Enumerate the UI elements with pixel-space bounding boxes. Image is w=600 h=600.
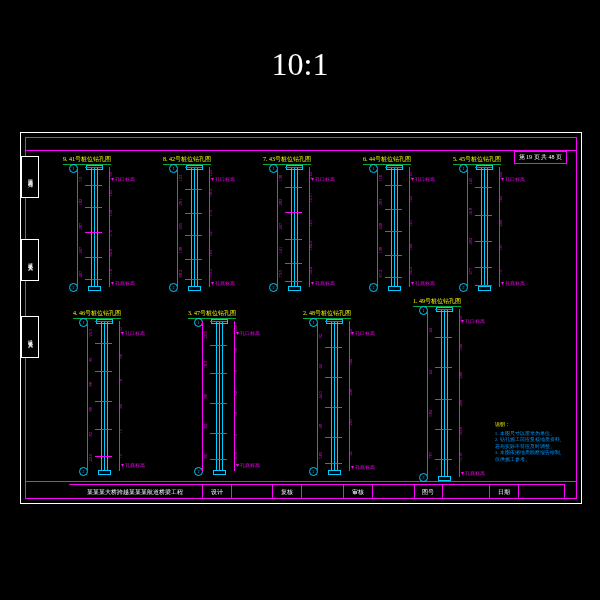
dim-right: 176: [108, 230, 113, 237]
dim-left: 32: [318, 336, 323, 339]
elevation-label: 孔底标高: [311, 279, 335, 286]
dim-left: 145: [468, 182, 473, 185]
dim-left: 582: [318, 456, 323, 459]
dim-left: 467: [78, 275, 83, 278]
elevation-label: 孔口标高: [236, 329, 260, 336]
elevation-label: 孔底标高: [211, 279, 235, 286]
column-title-4: 4. 46号桩位钻孔图: [73, 309, 121, 319]
strata-tick: [435, 399, 452, 400]
strata-tick: [285, 212, 302, 213]
dim-right: 68: [118, 354, 123, 359]
dim-left: 81: [88, 358, 93, 361]
pile-3: 1220.578.2868480156687682747227.5孔口标高孔底标…: [206, 321, 231, 471]
titleblock-cell-2: [232, 485, 274, 499]
notes-block: 说明： 1. 本图尺寸以厘米为单位。2. 钻孔施工前应复核地质资料, 若与实际不…: [495, 422, 561, 463]
dim-right: 158: [108, 210, 113, 217]
strata-tick: [85, 207, 102, 208]
elevation-label: 孔底标高: [121, 461, 145, 468]
dim-right: 163: [208, 250, 213, 257]
side-tab-0: 项目工程师: [21, 156, 39, 198]
pile-toe: [288, 286, 301, 291]
strata-tick: [475, 215, 492, 216]
dim-right: 68: [233, 348, 238, 353]
strata-tick: [185, 235, 202, 236]
strata-tick: [325, 407, 342, 408]
dim-right: 45: [348, 451, 353, 456]
strata-tick: [475, 267, 492, 268]
strata-tick: [435, 459, 452, 460]
pile-shaft: [291, 167, 298, 287]
strata-tick: [210, 433, 227, 434]
dim-left: 80: [203, 456, 208, 459]
dim-left: 287: [78, 227, 83, 230]
dim-left: 48: [318, 426, 323, 429]
drawing-canvas: 10:1 项目工程师技术负责人设计负责人 第 19 页 共 48 页 某某某大桥…: [0, 0, 600, 600]
dim-right: 84: [118, 404, 123, 409]
dim-left: 67.2: [378, 275, 383, 278]
dim-right: 73: [498, 270, 503, 275]
note-line: 仅供施工参考。: [495, 457, 561, 464]
dim-right: 82: [233, 391, 238, 396]
titleblock-cell-3: 复核: [273, 485, 302, 499]
dim-right: 84.8: [108, 249, 113, 257]
dim-right: 594: [458, 344, 463, 351]
strata-tick: [210, 459, 227, 460]
dim-right: 63.5: [208, 269, 213, 277]
strata-tick: [285, 263, 302, 264]
dim-right: 285: [348, 419, 353, 426]
pile-toe: [388, 286, 401, 291]
dim-right: 165: [108, 190, 113, 197]
dim-left: 767: [428, 456, 433, 459]
dim-right: 167: [498, 244, 503, 251]
strata-tick: [325, 321, 342, 322]
strata-tick: [385, 167, 402, 168]
elevation-label: 孔底标高: [111, 279, 135, 286]
strata-tick: [475, 241, 492, 242]
dim-line: [349, 321, 350, 471]
dim-left: 277: [468, 272, 473, 275]
strata-tick: [185, 189, 202, 190]
pile-toe: [478, 286, 491, 291]
dim-left: 86: [88, 408, 93, 411]
strata-tick: [435, 429, 452, 430]
titleblock-cell-5: 审核: [344, 485, 373, 499]
strata-tick: [475, 285, 492, 286]
titleblock-cell-7: 图号: [415, 485, 444, 499]
dim-right: 75: [118, 429, 123, 434]
dim-right: 76: [233, 370, 238, 375]
dim-right: 164.2: [308, 240, 313, 250]
elevation-label: 孔口标高: [411, 175, 435, 182]
pile-toe: [88, 286, 101, 291]
dim-line: [234, 321, 235, 471]
dim-right: 594: [348, 359, 353, 366]
drawing-frame: 项目工程师技术负责人设计负责人 第 19 页 共 48 页 某某某大桥跨越某某某…: [20, 132, 582, 504]
pile-1: 12444458476735659428628643.875.18孔口标高孔底标…: [431, 309, 456, 477]
dim-left: 138: [278, 179, 283, 182]
strata-tick: [285, 187, 302, 188]
dim-left: 86: [203, 396, 208, 399]
column-title-9: 9. 41号桩位钻孔图: [63, 155, 111, 165]
strata-tick: [435, 367, 452, 368]
dim-left: 248: [378, 227, 383, 230]
pile-9: 12531822872474676616515817684.871.8孔口标高孔…: [81, 167, 106, 287]
strata-tick: [435, 337, 452, 338]
dim-right: 72: [233, 434, 238, 439]
strata-tick: [385, 255, 402, 256]
dim-right: 70: [118, 454, 123, 459]
strata-tick: [325, 437, 342, 438]
strata-tick: [95, 429, 112, 430]
strata-tick: [385, 231, 402, 232]
titleblock-cell-4: [302, 485, 344, 499]
dim-right: 27.5: [233, 452, 238, 460]
pile-5: 1214541826227730416226416773孔口标高孔底标高: [471, 167, 496, 287]
pile-4: 1220.58188868222.01556878847570孔口标高孔底标高: [91, 321, 116, 471]
dim-left: 123: [178, 179, 183, 182]
dim-left: 53: [78, 179, 83, 182]
dim-right: 164: [408, 244, 413, 251]
pile-toe: [328, 470, 341, 475]
dim-left: 262: [468, 242, 473, 245]
strata-tick: [85, 167, 102, 168]
strata-tick: [85, 232, 102, 233]
dim-left: 247: [278, 227, 283, 230]
pile-shaft: [481, 167, 488, 287]
